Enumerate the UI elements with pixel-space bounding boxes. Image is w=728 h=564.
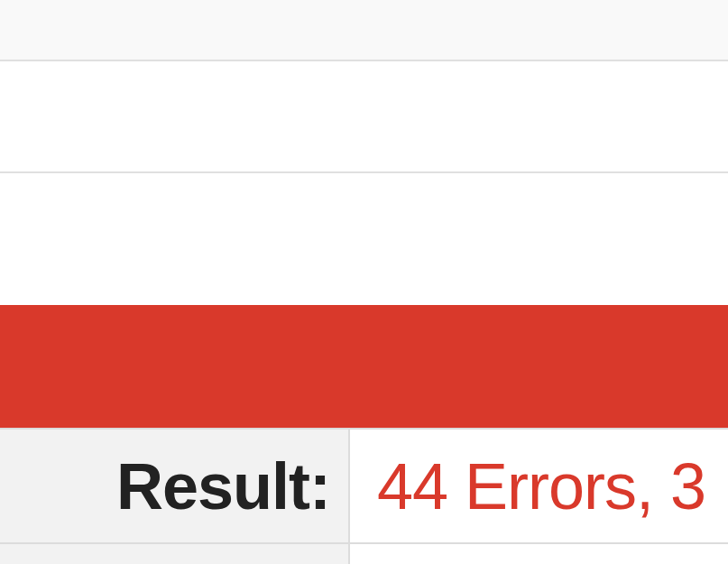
result-value: 44 Errors, 3 [377, 449, 705, 523]
bottom-right-cell [350, 544, 728, 564]
result-row: Result: 44 Errors, 3 [0, 428, 728, 544]
error-status-bar [0, 305, 728, 428]
blank-panel-1 [0, 61, 728, 173]
result-label: Result: [116, 449, 330, 523]
blank-panel-2 [0, 173, 728, 305]
result-label-cell: Result: [0, 430, 350, 542]
result-value-cell: 44 Errors, 3 [350, 430, 728, 542]
bottom-left-cell [0, 544, 350, 564]
top-header-area [0, 0, 728, 61]
bottom-row [0, 544, 728, 564]
